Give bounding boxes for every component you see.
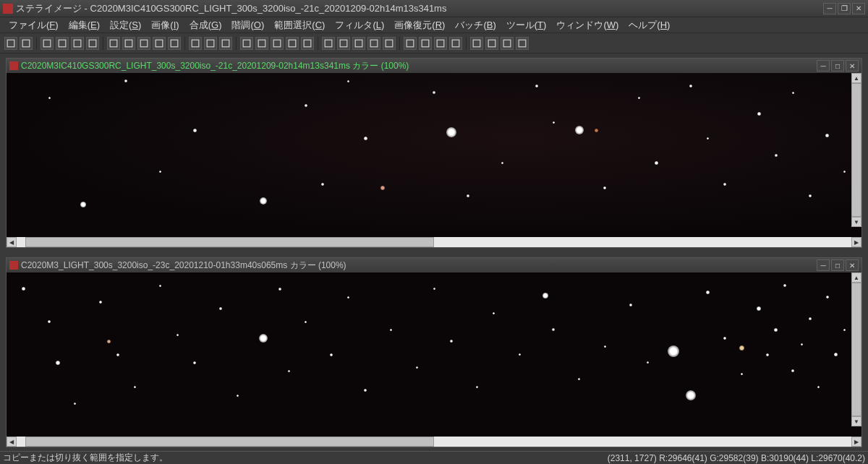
- menu-画像[interactable]: 画像(I): [147, 17, 183, 33]
- child-minimize-button[interactable]: ─: [817, 60, 830, 72]
- register-icon: [155, 39, 163, 48]
- svg-rect-13: [222, 40, 229, 47]
- tool-histogram-button[interactable]: [41, 37, 54, 50]
- tool-star-button[interactable]: [301, 37, 314, 50]
- svg-rect-7: [125, 40, 132, 47]
- scroll-thumb[interactable]: [25, 437, 434, 447]
- tool-stack-button[interactable]: [137, 37, 150, 50]
- scroll-thumb[interactable]: [25, 237, 434, 247]
- info-icon: [109, 39, 118, 48]
- tool-copy-button[interactable]: [86, 37, 99, 50]
- rect-icon: [324, 39, 333, 48]
- image-window-active[interactable]: C2020M3IC410GS300RC_LIGHT_300s_3200iso_-…: [6, 58, 862, 248]
- tool-rotccw-button[interactable]: [367, 37, 380, 50]
- svg-rect-21: [355, 40, 362, 47]
- scroll-right-button[interactable]: ▶: [851, 237, 861, 247]
- child-titlebar[interactable]: C2020M3_LIGHT_300s_3200iso_-23c_20201210…: [7, 258, 861, 272]
- tool-contrast-button[interactable]: [219, 37, 232, 50]
- scroll-track[interactable]: [17, 237, 851, 247]
- tool-info-button[interactable]: [107, 37, 120, 50]
- scroll-right-button[interactable]: ▶: [851, 437, 861, 447]
- minimize-button[interactable]: ─: [823, 3, 836, 14]
- zoom-out-icon: [421, 39, 430, 48]
- tool-cross-button[interactable]: [168, 37, 181, 50]
- menu-ウィンドウ[interactable]: ウィンドウ(W): [552, 17, 623, 33]
- tool-cols-button[interactable]: [337, 37, 350, 50]
- child-close-button[interactable]: ✕: [846, 259, 859, 271]
- child-maximize-button[interactable]: □: [831, 259, 844, 271]
- tool-zoom-out-button[interactable]: [419, 37, 432, 50]
- child-maximize-button[interactable]: □: [831, 60, 844, 72]
- menu-設定[interactable]: 設定(S): [106, 17, 145, 33]
- scroll-track[interactable]: [851, 283, 861, 416]
- tool-faves-button[interactable]: [286, 37, 299, 50]
- scroll-up-button[interactable]: ▲: [851, 272, 861, 283]
- horizontal-scrollbar[interactable]: ◀ ▶: [7, 437, 861, 447]
- grid-b-icon: [258, 39, 266, 48]
- tool-color-button[interactable]: [501, 37, 514, 50]
- image-window[interactable]: C2020M3_LIGHT_300s_3200iso_-23c_20201210…: [6, 257, 862, 447]
- menu-バッチ[interactable]: バッチ(B): [451, 17, 500, 33]
- tool-bayer-button[interactable]: [122, 37, 135, 50]
- menu-合成[interactable]: 合成(G): [185, 17, 226, 33]
- scroll-left-button[interactable]: ◀: [7, 237, 17, 247]
- menu-編集[interactable]: 編集(E): [64, 17, 104, 33]
- svg-rect-31: [519, 40, 526, 47]
- menu-ヘルプ[interactable]: ヘルプ(H): [624, 17, 674, 33]
- image-viewport[interactable]: ▲ ▼: [7, 73, 861, 237]
- cols-icon: [339, 39, 348, 48]
- tool-open-button[interactable]: [4, 37, 17, 50]
- svg-rect-18: [304, 40, 311, 47]
- tool-curves-button[interactable]: [71, 37, 84, 50]
- vertical-scrollbar[interactable]: ▲ ▼: [851, 272, 861, 426]
- scroll-track[interactable]: [851, 83, 861, 217]
- tool-selfree-button[interactable]: [485, 37, 498, 50]
- tool-grid-c-button[interactable]: [271, 37, 284, 50]
- document-icon: [9, 261, 18, 270]
- scroll-up-button[interactable]: ▲: [851, 73, 861, 83]
- tool-crop-button[interactable]: [204, 37, 217, 50]
- bayer-icon: [124, 39, 133, 48]
- scroll-down-button[interactable]: ▼: [851, 416, 861, 426]
- child-close-button[interactable]: ✕: [846, 60, 859, 72]
- scroll-track[interactable]: [17, 437, 851, 447]
- adjust-icon: [191, 39, 200, 48]
- maximize-button[interactable]: ❐: [838, 3, 851, 14]
- tool-save-button[interactable]: [20, 37, 33, 50]
- scroll-down-button[interactable]: ▼: [851, 217, 861, 227]
- tool-hand-button[interactable]: [449, 37, 462, 50]
- scroll-thumb[interactable]: [851, 83, 861, 217]
- tool-rotcw-button[interactable]: [383, 37, 396, 50]
- scroll-thumb[interactable]: [851, 283, 861, 416]
- tool-rect-button[interactable]: [322, 37, 335, 50]
- svg-rect-8: [140, 40, 148, 47]
- tool-grid-a-button[interactable]: [240, 37, 253, 50]
- menu-階調[interactable]: 階調(O): [227, 17, 268, 33]
- menu-ツール[interactable]: ツール(T): [502, 17, 551, 33]
- tool-register-button[interactable]: [153, 37, 166, 50]
- tool-levels-button[interactable]: [56, 37, 69, 50]
- svg-rect-29: [488, 40, 495, 47]
- faves-icon: [288, 39, 297, 48]
- svg-rect-28: [473, 40, 480, 47]
- child-minimize-button[interactable]: ─: [817, 259, 830, 271]
- scroll-left-button[interactable]: ◀: [7, 437, 17, 447]
- image-viewport[interactable]: ▲ ▼: [7, 272, 861, 437]
- horizontal-scrollbar[interactable]: ◀ ▶: [7, 237, 861, 247]
- menu-ファイル[interactable]: ファイル(F): [4, 17, 63, 33]
- close-button[interactable]: ✕: [852, 3, 865, 14]
- tool-grid-b-button[interactable]: [255, 37, 268, 50]
- menu-画像復元[interactable]: 画像復元(R): [390, 17, 449, 33]
- vertical-scrollbar[interactable]: ▲ ▼: [851, 73, 861, 227]
- tool-selrect-button[interactable]: [470, 37, 483, 50]
- menu-フィルタ[interactable]: フィルタ(L): [331, 17, 388, 33]
- menu-範囲選択[interactable]: 範囲選択(C): [270, 17, 329, 33]
- selfree-icon: [488, 39, 496, 48]
- tool-fit-button[interactable]: [434, 37, 447, 50]
- tool-zoom-in-button[interactable]: [404, 37, 417, 50]
- tool-rows-button[interactable]: [352, 37, 365, 50]
- tool-adjust-button[interactable]: [189, 37, 202, 50]
- child-titlebar[interactable]: C2020M3IC410GS300RC_LIGHT_300s_3200iso_-…: [7, 59, 861, 73]
- toolbar-separator: [318, 37, 318, 50]
- tool-magic-button[interactable]: [516, 37, 529, 50]
